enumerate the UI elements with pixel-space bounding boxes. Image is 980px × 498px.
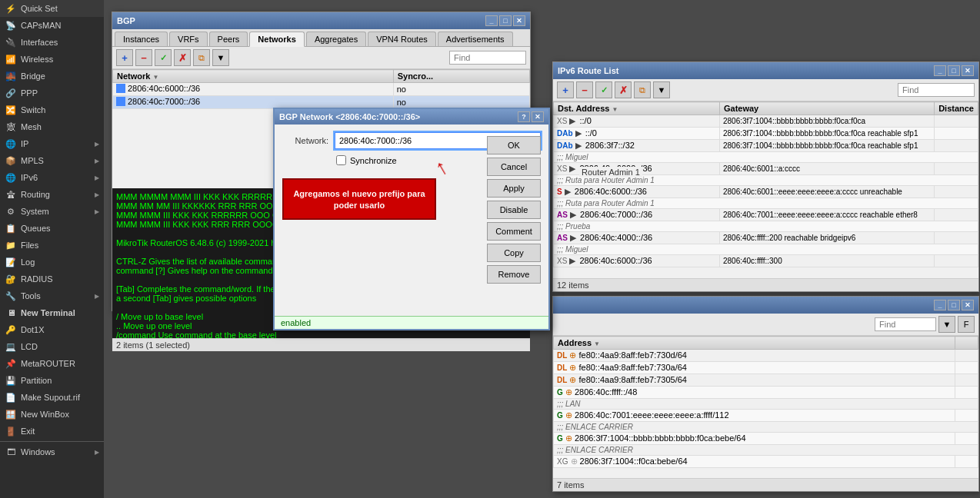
dialog-comment-btn[interactable]: Comment: [487, 222, 541, 241]
ipv6-maximize-btn[interactable]: □: [948, 65, 960, 76]
sidebar-item-lcd[interactable]: 💻 LCD: [0, 338, 104, 355]
bridge-icon: 🌉: [5, 71, 17, 81]
col-gateway[interactable]: Gateway: [719, 102, 934, 115]
sidebar-item-log[interactable]: 📝 Log: [0, 254, 104, 271]
ipv6-copy-btn[interactable]: ⧉: [634, 81, 651, 98]
addr-row-0[interactable]: DL ⊕ fe80::4aa9:8aff:feb7:730d/64: [554, 350, 978, 362]
sidebar-item-mesh[interactable]: 🕸 Mesh: [0, 118, 104, 135]
sidebar-item-new-winbox[interactable]: 🪟 New WinBox: [0, 406, 104, 423]
sidebar-item-ip[interactable]: 🌐 IP: [0, 135, 104, 152]
ipv6-search-input[interactable]: [898, 83, 975, 97]
bgp-maximize-btn[interactable]: □: [499, 15, 512, 26]
tab-aggregates[interactable]: Aggregates: [306, 32, 366, 46]
addr-minimize-btn[interactable]: _: [934, 300, 946, 310]
sidebar-item-mpls[interactable]: 📦 MPLS: [0, 152, 104, 169]
sidebar-item-windows[interactable]: 🗔 Windows: [0, 443, 104, 460]
addr-row-4[interactable]: G ⊕ 2806:40c:7001:eeee:eeee:eeee:a:ffff/…: [554, 410, 978, 422]
bgp-add-btn[interactable]: +: [116, 49, 133, 66]
sidebar-item-bridge[interactable]: 🌉 Bridge: [0, 68, 104, 85]
ipv6-filter-btn[interactable]: ▼: [653, 81, 670, 98]
bgp-row-2[interactable]: 2806:40c:7000::/36 no: [113, 96, 530, 109]
addr-comment-1: ;;; ENLACE CARRIER: [554, 422, 978, 433]
tab-advertisements[interactable]: Advertisements: [438, 32, 513, 46]
sidebar-item-metarouter[interactable]: 📌 MetaROUTER: [0, 355, 104, 372]
sidebar-item-exit[interactable]: 🚪 Exit: [0, 423, 104, 440]
sidebar-item-interfaces[interactable]: 🔌 Interfaces: [0, 34, 104, 51]
dialog-copy-btn[interactable]: Copy: [487, 244, 541, 262]
sidebar-item-system[interactable]: ⚙ System: [0, 203, 104, 220]
sidebar-item-wireless[interactable]: 📶 Wireless: [0, 51, 104, 68]
col-dst[interactable]: Dst. Address ▼: [554, 102, 720, 115]
ipv6-row-5[interactable]: AS ▶ 2806:40c:7000::/36 2806:40c:7001::e…: [554, 209, 978, 221]
sidebar-item-tools[interactable]: 🔧 Tools: [0, 287, 104, 304]
dialog-apply-btn[interactable]: Apply: [487, 179, 541, 198]
ipv6-row-0[interactable]: XS ▶ ::/0 2806:3f7:1004::bbbb:bbbb:bbbb:…: [554, 115, 978, 128]
ipv6-dst-6: AS ▶ 2806:40c:4000::/36: [554, 232, 720, 244]
sidebar-item-queues[interactable]: 📋 Queues: [0, 220, 104, 237]
bgp-check-btn[interactable]: ✓: [155, 49, 172, 66]
bgp-remove-btn[interactable]: −: [135, 49, 152, 66]
ipv6-row-1[interactable]: DAb ▶ ::/0 2806:3f7:1004::bbbb:bbbb:bbbb…: [554, 128, 978, 140]
tab-vrfs[interactable]: VRFs: [169, 32, 208, 46]
ipv6-gw-6: 2806:40c:ffff::200 reachable bridgeipv6: [719, 232, 934, 244]
dialog-ok-btn[interactable]: OK: [487, 136, 541, 154]
addr-row-6[interactable]: XG ⊕ 2806:3f7:1004::f0ca:bebe/64: [554, 456, 978, 468]
ipv6-row-2[interactable]: DAb ▶ 2806:3f7::/32 2806:3f7:1004::bbbb:…: [554, 140, 978, 152]
sidebar-item-partition[interactable]: 💾 Partition: [0, 372, 104, 389]
col-addr[interactable]: Address ▼: [554, 337, 955, 350]
sidebar-item-radius[interactable]: 🔐 RADIUS: [0, 271, 104, 287]
sidebar-item-new-terminal[interactable]: 🖥 New Terminal: [0, 304, 104, 321]
sidebar-item-ppp[interactable]: 🔗 PPP: [0, 85, 104, 101]
ipv6-add-btn[interactable]: +: [557, 81, 574, 98]
bgp-close-btn[interactable]: ✕: [513, 15, 525, 26]
addr-flag-btn[interactable]: F: [958, 316, 975, 333]
addr-row-3[interactable]: G ⊕ 2806:40c:ffff::/48: [554, 387, 978, 399]
ipv6-close-btn[interactable]: ✕: [962, 65, 974, 76]
tab-peers[interactable]: Peers: [209, 32, 248, 46]
bgp-cross-btn[interactable]: ✗: [174, 49, 191, 66]
tab-vpn4routes[interactable]: VPN4 Routes: [368, 32, 436, 46]
col-distance[interactable]: Distance: [935, 102, 978, 115]
bgp-copy-btn[interactable]: ⧉: [193, 49, 210, 66]
dialog-cancel-btn[interactable]: Cancel: [487, 158, 541, 176]
sidebar-item-switch[interactable]: 🔀 Switch: [0, 101, 104, 118]
tab-networks[interactable]: Networks: [249, 32, 305, 47]
col-syncro[interactable]: Syncro...: [393, 70, 529, 83]
tab-instances[interactable]: Instances: [115, 32, 168, 46]
bgp-row-1[interactable]: 2806:40c:6000::/36 no: [113, 83, 530, 96]
ipv6-titlebar: IPv6 Route List _ □ ✕: [553, 62, 978, 79]
ipv6-minimize-btn[interactable]: _: [934, 65, 946, 76]
sidebar-item-make-supout[interactable]: 📄 Make Supout.rif: [0, 389, 104, 406]
addr-close-btn[interactable]: ✕: [962, 300, 974, 310]
dialog-disable-btn[interactable]: Disable: [487, 201, 541, 219]
addr-maximize-btn[interactable]: □: [948, 300, 960, 310]
dialog-remove-btn[interactable]: Remove: [487, 265, 541, 284]
ipv6-row-6[interactable]: AS ▶ 2806:40c:4000::/36 2806:40c:ffff::2…: [554, 232, 978, 244]
sidebar-item-capsman[interactable]: 📡 CAPsMAN: [0, 17, 104, 34]
col-network[interactable]: Network ▼: [113, 70, 394, 83]
addr-row-2[interactable]: DL ⊕ fe80::4aa9:8aff:feb7:7305/64: [554, 374, 978, 387]
addr-search-input[interactable]: [875, 317, 936, 331]
dialog-help-btn[interactable]: ?: [518, 111, 530, 122]
ipv6-remove-btn[interactable]: −: [576, 81, 593, 98]
bgp-filter-btn[interactable]: ▼: [212, 49, 229, 66]
bgp-minimize-btn[interactable]: _: [485, 15, 498, 26]
dialog-close-btn[interactable]: ✕: [532, 111, 544, 122]
bgp-search-input[interactable]: [449, 51, 526, 65]
ipv6-check-btn[interactable]: ✓: [595, 81, 612, 98]
addr-row-1[interactable]: DL ⊕ fe80::4aa9:8aff:feb7:730a/64: [554, 362, 978, 374]
ipv6-cross-btn[interactable]: ✗: [615, 81, 632, 98]
sidebar-item-quickset[interactable]: ⚡ Quick Set: [0, 0, 104, 17]
addr-filter-btn[interactable]: ▼: [938, 316, 955, 333]
sidebar-item-dot1x[interactable]: 🔑 Dot1X: [0, 321, 104, 338]
sync-checkbox[interactable]: [336, 155, 346, 165]
ipv6-row-4[interactable]: S ▶ 2806:40c:6000::/36 2806:40c:6001::ee…: [554, 186, 978, 198]
sidebar-item-ipv6[interactable]: 🌐 IPv6: [0, 169, 104, 186]
col-flag[interactable]: [955, 337, 978, 350]
sidebar-item-routing[interactable]: 🛣 Routing: [0, 186, 104, 203]
addr-row-5[interactable]: G ⊕ 2806:3f7:1004::bbbb:bbbb:bbbb:f0ca:b…: [554, 433, 978, 445]
addr-6: XG ⊕ 2806:3f7:1004::f0ca:bebe/64: [554, 456, 955, 468]
ipv6-dist-0: [935, 115, 978, 128]
sidebar-item-files[interactable]: 📁 Files: [0, 237, 104, 254]
ipv6-row-7[interactable]: XS ▶ 2806:40c:6000::/36 2806:40c:ffff::3…: [554, 255, 978, 267]
